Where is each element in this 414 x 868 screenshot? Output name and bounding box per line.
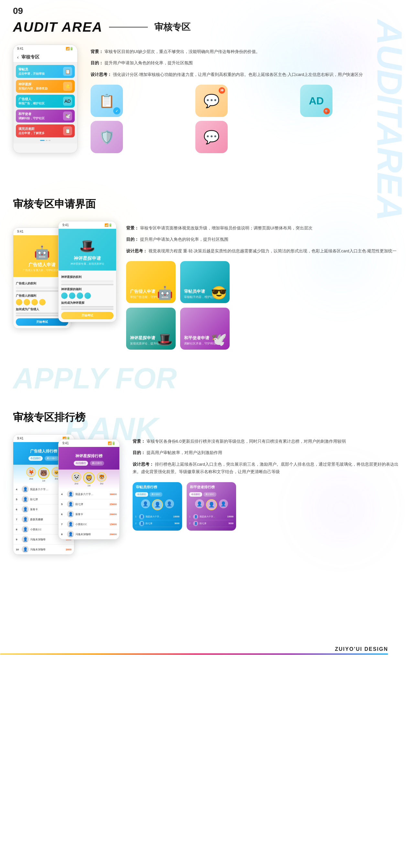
- desc-label-design: 设计思考：: [91, 72, 112, 77]
- rank-score-7: 2000: [66, 548, 71, 551]
- apply-card-2[interactable]: 😎 审帖员申请 审核帖子内容，维护社区质量: [180, 261, 230, 303]
- rank-card-2-3rd: 👤: [219, 499, 228, 510]
- back-icon[interactable]: ‹: [17, 55, 19, 60]
- apply-front-icon-row: [61, 292, 114, 299]
- desc-content-bg: 审核专区目前的UI缺少层次，重点不够突出，没能明确向用户传达每种身份的价值。: [105, 49, 260, 54]
- section3-content: 9:41 📶🔋 广告猎人排行榜 今日排行 累计排行 🦊 2nd: [13, 434, 401, 589]
- rank-front-time: 9:41: [62, 441, 68, 445]
- rank-card-2[interactable]: 和平使者排行榜 今日排行 累计排行 👤 👤 👤: [187, 482, 236, 531]
- desc2-label-design: 设计思考：: [126, 249, 147, 253]
- rank-card-2-tab-2[interactable]: 累计排行: [203, 492, 216, 497]
- rank-card-1-header: 审帖员排行榜: [132, 482, 182, 492]
- rank-avatar-sm-5: 👤: [22, 526, 29, 533]
- apply-front-body: 神评星探的权利 神评星探的福利 如何成为神评星探 开始考试: [59, 271, 116, 322]
- rank-card-1[interactable]: 审帖员排行榜 今日排行 累计排行 👤 👤 👤: [132, 482, 182, 531]
- audit-card-1[interactable]: 审帖员 点击申请，开始审核 📋: [16, 65, 75, 78]
- benefit-dot-3: [31, 299, 38, 305]
- rank-card-1-av-1: 👤: [139, 514, 144, 519]
- benefit-dot-5: [61, 292, 68, 299]
- apply-card-4[interactable]: 🕊️ 和平使者申请 调解社区矛盾，守护和谐环境: [180, 308, 230, 350]
- rank-card-2-av-1: 👤: [193, 514, 198, 519]
- rank-front-num-2: 5: [61, 503, 66, 506]
- rank-num-4: 7: [16, 518, 20, 521]
- apply-front-btn[interactable]: 开始考试: [61, 312, 114, 319]
- rank-back-1st: 🐻 1st: [38, 467, 50, 482]
- status-time: 9:41: [17, 47, 23, 51]
- rank-card-1-tab-2[interactable]: 累计排行: [149, 492, 162, 497]
- icon-item-3: AD 🔍: [300, 85, 332, 117]
- rank-back-tab-1[interactable]: 今日排行: [28, 456, 43, 461]
- rank-front-avatar-1st: 🦁: [83, 472, 95, 484]
- apply-front-placeholder-3: [61, 306, 114, 308]
- icon-item-1: 📋 ✓: [91, 85, 123, 117]
- benefit-dot-7: [77, 292, 83, 299]
- phone-header-title: 审核专区: [21, 54, 39, 60]
- icon-badge-2: 神: [219, 87, 225, 94]
- rank-front-tab-1[interactable]: 今日排行: [74, 461, 88, 466]
- icon-item-2: 💬 神: [195, 85, 228, 117]
- rank-back-tab-2[interactable]: 累计排行: [45, 456, 59, 461]
- icon-grid-1: 📋 ✓ 💬 神 AD 🔍 🛡️: [91, 85, 401, 153]
- audit-card-2[interactable]: 神评星探 发现好内容，获得奖励 ⭐: [16, 80, 75, 93]
- desc-section-2: 背景： 审核专区申请页面整体视觉改版升级，增加审核员价值说明；调整页面UI整体布…: [126, 221, 401, 255]
- apply-card-1[interactable]: 🤖 广告猎人申请 举报广告违规，守护社区环境: [126, 261, 176, 303]
- desc-purpose-text: 目的： 提升用户申请加入角色的转化率，提升社区氛围: [91, 59, 401, 67]
- desc-content-purpose: 提升用户申请加入角色的转化率，提升社区氛围: [105, 60, 193, 65]
- card3-label: 广告猎人: [19, 97, 45, 101]
- footer: ZUIYO'UI DESIGN: [0, 640, 401, 661]
- audit-card-4[interactable]: 和平使者 调解纠纷，守护社区 🕊️: [16, 110, 75, 122]
- apply-front-mascot: 🎩: [62, 239, 113, 254]
- rank-front-item-1: 4 👤 我是多六个字… 30000: [59, 489, 119, 499]
- rank-front-avatar-3rd: 🐯: [97, 472, 107, 482]
- icon-check-1: ✓: [115, 109, 118, 113]
- phone-status-bar: 9:41 📶🔋: [13, 45, 77, 52]
- rank-front-name-2: 段七津: [76, 502, 110, 506]
- card4-sub: 调解纠纷，守护社区: [19, 116, 45, 121]
- rank-phone-front: 9:41 📶🔋 神评星探排行榜 今日排行 累计排行 🐼 2nd: [58, 439, 120, 540]
- rank-card-2-name-2: 段七津: [200, 522, 228, 525]
- rank-front-avatar-2: 👤: [67, 501, 74, 508]
- card5-label: 填完后差距: [19, 127, 45, 131]
- rank-front-score-1: 30000: [110, 493, 117, 496]
- rank-avatar-sm-1: 👤: [22, 486, 29, 493]
- section1-content: 9:41 📶🔋 ‹ 审核专区 审帖员 点击申请，开始审核 📋 神评星探: [13, 44, 401, 153]
- desc3-label-bg: 背景：: [132, 439, 145, 444]
- phone-header: ‹ 审核专区: [13, 52, 77, 62]
- rank-back-time: 9:41: [17, 437, 23, 440]
- audit-card-3[interactable]: 广告猎人 举报广告，维护社区 AD: [16, 95, 75, 107]
- desc-bg-text: 背景： 审核专区目前的UI缺少层次，重点不够突出，没能明确向用户传达每种身份的价…: [91, 48, 401, 55]
- rank-front-num-3: 6: [61, 513, 66, 516]
- rank-front-list: 4 👤 我是多六个字… 30000 5 👤 段七津 25000 6 👤: [59, 489, 119, 539]
- section3: RANK 审核专区排行榜 9:41 📶🔋 广告猎人排行榜 今日排行 累计排行: [0, 404, 414, 630]
- rank-front-icons: 📶🔋: [108, 441, 115, 445]
- desc3-content-design: 排行榜色彩上延续各区card入口主色，突出展示前三名，激励用户。底部个人排名信息…: [132, 462, 398, 474]
- rank-card-2-num-2: 2: [189, 522, 193, 525]
- rank-back-2nd: 🦊 2nd: [26, 467, 36, 482]
- rank-front-avatar-1: 👤: [67, 491, 74, 498]
- card4-icon: 🕊️: [63, 112, 72, 121]
- rank-front-tab-2[interactable]: 累计排行: [90, 461, 104, 466]
- apply-card-3[interactable]: 🎩 神评星探申请 发现优质评论，提升社区活跃: [126, 308, 176, 350]
- rank-phone-container: 9:41 📶🔋 广告猎人排行榜 今日排行 累计排行 🦊 2nd: [13, 434, 123, 589]
- rank-card-1-tab-1[interactable]: 今日排行: [135, 492, 148, 497]
- rank-cards-grid: 审帖员排行榜 今日排行 累计排行 👤 👤 👤: [132, 482, 236, 531]
- apply-card-2-mascot: 😎: [211, 285, 227, 301]
- audit-card-5[interactable]: 填完后差距 点击申请，了解更多 📋: [16, 124, 75, 137]
- rank-card-1-name-1: 我是多六个字…: [146, 515, 173, 518]
- desc2-design: 设计思考： 视觉表现用力程度 重·轻·决策后越是实质性的信息越需要减少阻力，以简…: [126, 247, 401, 255]
- rank-card-2-av-2: 👤: [193, 521, 198, 526]
- section1-header: AUDIT AREA 审核专区: [13, 20, 401, 35]
- rank-card-2-tab-1[interactable]: 今日排行: [189, 492, 202, 497]
- card5-sub: 点击申请，了解更多: [19, 131, 45, 135]
- desc3-label-design: 设计思考：: [132, 462, 154, 467]
- rank-card-1-tabs: 今日排行 累计排行: [132, 492, 182, 497]
- rank-card-2-row-2: 2 👤 段七津 9000: [189, 520, 234, 527]
- apply-front-header: 🎩 神评星探申请 神评星探专属，发现优质评论: [59, 229, 116, 271]
- phone-mockup-1: 9:41 📶🔋 ‹ 审核专区 审帖员 点击申请，开始审核 📋 神评星探: [13, 44, 78, 153]
- card5-icon: 📋: [63, 126, 72, 135]
- desc3-content-purpose: 提高用户审帖效率，对用户达到激励作用: [147, 450, 222, 455]
- rank-front-score-5: 20000: [110, 533, 117, 536]
- apply-front-subtitle-text: 神评星探专属，发现优质评论: [62, 262, 113, 266]
- section2-header: 审核专区申请界面: [13, 197, 401, 211]
- desc3-content-bg: 审核专区各身份6.0更新后排行榜并没有新的等级信息，同时只有日榜没有累计总榜，对…: [147, 439, 346, 444]
